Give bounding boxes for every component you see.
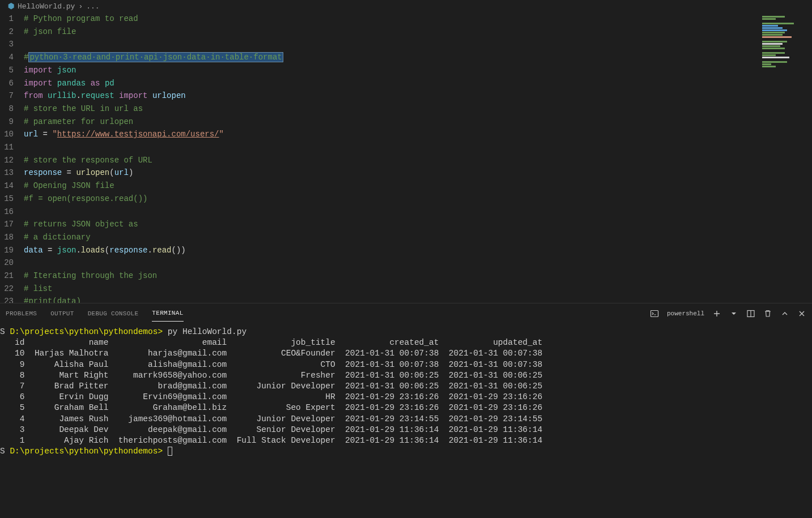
breadcrumb-extra: ... <box>86 2 99 11</box>
kill-terminal-icon[interactable] <box>763 309 772 318</box>
terminal-line: 6 Ervin Dugg Ervin69@gmail.com HR 2021-0… <box>0 392 812 403</box>
terminal-line: S D:\projects\python\pythondemos> <box>0 446 812 457</box>
line-number: 6 <box>0 77 14 90</box>
breadcrumb-filename: HelloWorld.py <box>18 2 75 11</box>
minimap-content <box>762 16 807 68</box>
svg-rect-0 <box>651 310 658 316</box>
code-line[interactable] <box>24 206 744 219</box>
code-line[interactable] <box>24 256 744 269</box>
line-number: 21 <box>0 269 14 282</box>
terminal-line: id name email job_title created_at updat… <box>0 337 812 348</box>
code-line[interactable]: # returns JSON object as <box>24 218 744 231</box>
line-number: 19 <box>0 244 14 257</box>
tab-output[interactable]: OUTPUT <box>50 306 74 322</box>
new-terminal-icon[interactable] <box>712 309 721 318</box>
code-line[interactable] <box>24 141 744 154</box>
terminal-line: 3 Deepak Dev deepak@gmail.com Senior Dev… <box>0 425 812 435</box>
code-line[interactable]: # Iterating through the json <box>24 269 744 282</box>
line-number: 17 <box>0 218 14 231</box>
breadcrumb-sep: › <box>78 2 83 11</box>
code-content[interactable]: # Python program to read# json file #pyt… <box>24 12 744 303</box>
code-line[interactable]: # Opening JSON file <box>24 179 744 192</box>
terminal-line: S D:\projects\python\pythondemos> py Hel… <box>0 327 812 337</box>
terminal-shell-icon[interactable] <box>650 309 659 318</box>
terminal-line: 9 Alisha Paul alisha@gmail.com CTO 2021-… <box>0 359 812 370</box>
code-line[interactable]: # parameter for urlopen <box>24 115 744 129</box>
close-panel-icon[interactable] <box>797 309 806 318</box>
tab-problems[interactable]: PROBLEMS <box>6 306 37 322</box>
line-number: 18 <box>0 231 14 244</box>
code-line[interactable]: data = json.loads(response.read()) <box>24 244 744 257</box>
line-number: 4 <box>0 51 14 64</box>
line-number: 3 <box>0 38 14 51</box>
code-line[interactable] <box>24 38 744 51</box>
line-number: 22 <box>0 282 14 296</box>
line-number: 14 <box>0 179 14 192</box>
code-line[interactable]: #print(data) <box>24 295 744 303</box>
breadcrumb[interactable]: ⬢ HelloWorld.py › ... <box>0 0 812 12</box>
terminal-content[interactable]: S D:\projects\python\pythondemos> py Hel… <box>0 323 812 518</box>
editor-area[interactable]: 1234567891011121314151617181920212223 # … <box>0 12 812 303</box>
code-line[interactable]: response = urlopen(url) <box>24 166 744 179</box>
code-line[interactable]: # a dictionary <box>24 231 744 244</box>
line-number: 16 <box>0 206 14 219</box>
code-line[interactable]: # store the response of URL <box>24 154 744 167</box>
line-number: 5 <box>0 64 14 77</box>
tab-debug-console[interactable]: DEBUG CONSOLE <box>88 306 139 322</box>
minimap[interactable] <box>744 12 812 303</box>
line-number: 8 <box>0 102 14 115</box>
code-line[interactable]: import json <box>24 64 744 77</box>
python-file-icon: ⬢ <box>8 2 14 11</box>
code-line[interactable]: #python·3·read·and·print·api·json·data·i… <box>24 51 744 64</box>
terminal-line: 1 Ajay Rich therichposts@gmail.com Full … <box>0 435 812 446</box>
line-number: 23 <box>0 295 14 303</box>
terminal-shell-label[interactable]: powershell <box>667 310 704 317</box>
code-line[interactable]: # store the URL in url as <box>24 102 744 115</box>
line-number: 12 <box>0 154 14 167</box>
line-number: 20 <box>0 256 14 269</box>
terminal-line: 5 Graham Bell Graham@bell.biz Seo Expert… <box>0 403 812 413</box>
bottom-panel: PROBLEMS OUTPUT DEBUG CONSOLE TERMINAL p… <box>0 303 812 518</box>
code-line[interactable]: # list <box>24 282 744 296</box>
code-line[interactable]: from urllib.request import urlopen <box>24 89 744 102</box>
line-number: 1 <box>0 12 14 25</box>
maximize-panel-icon[interactable] <box>780 309 789 318</box>
line-number: 11 <box>0 141 14 154</box>
line-number: 7 <box>0 89 14 102</box>
line-number: 13 <box>0 166 14 179</box>
terminal-dropdown-icon[interactable] <box>729 309 738 318</box>
panel-tabs: PROBLEMS OUTPUT DEBUG CONSOLE TERMINAL p… <box>0 303 812 323</box>
line-number: 9 <box>0 115 14 129</box>
terminal-line: 4 James Rush james369@hotmail.com Junior… <box>0 414 812 425</box>
code-line[interactable]: #f = open(response.read()) <box>24 192 744 206</box>
code-line[interactable]: # json file <box>24 25 744 38</box>
code-line[interactable]: # Python program to read <box>24 12 744 25</box>
code-line[interactable]: import pandas as pd <box>24 77 744 90</box>
code-line[interactable]: url = "https://www.testjsonapi.com/users… <box>24 128 744 141</box>
terminal-line: 8 Mart Right marrk9658@yahoo.com Fresher… <box>0 370 812 381</box>
line-number: 2 <box>0 25 14 38</box>
split-terminal-icon[interactable] <box>746 309 755 318</box>
line-number: 15 <box>0 192 14 206</box>
line-number-gutter: 1234567891011121314151617181920212223 <box>0 12 24 303</box>
tab-terminal[interactable]: TERMINAL <box>152 305 183 322</box>
terminal-line: 7 Brad Pitter brad@gmail.com Junior Deve… <box>0 381 812 392</box>
line-number: 10 <box>0 128 14 141</box>
terminal-line: 10 Harjas Malhotra harjas@gmail.com CEO&… <box>0 348 812 359</box>
